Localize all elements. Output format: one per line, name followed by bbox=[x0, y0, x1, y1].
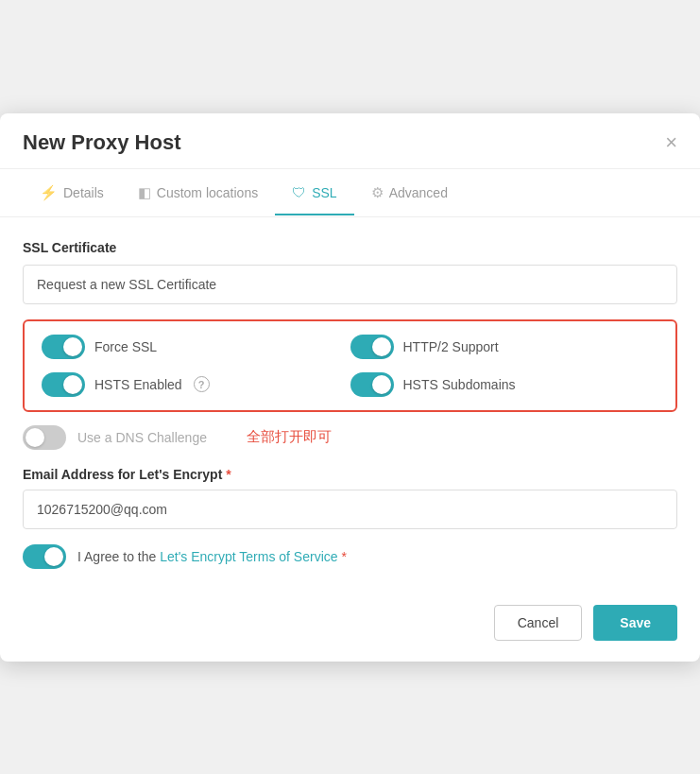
force-ssl-label: Force SSL bbox=[94, 339, 157, 354]
force-ssl-row: Force SSL bbox=[42, 335, 350, 359]
tab-bar: ⚡ Details ◧ Custom locations 🛡 SSL ⚙ Adv… bbox=[0, 169, 700, 217]
cancel-button[interactable]: Cancel bbox=[494, 605, 583, 641]
custom-locations-icon: ◧ bbox=[138, 184, 151, 201]
hsts-subdomains-toggle[interactable] bbox=[350, 372, 394, 397]
ssl-certificate-select[interactable]: Request a new SSL Certificate bbox=[23, 265, 677, 304]
hsts-enabled-toggle[interactable] bbox=[42, 372, 85, 397]
dns-challenge-label: Use a DNS Challenge bbox=[77, 430, 207, 445]
required-star: * bbox=[226, 467, 230, 482]
advanced-icon: ⚙ bbox=[371, 184, 384, 201]
agree-label: I Agree to the Let's Encrypt Terms of Se… bbox=[77, 549, 347, 564]
ssl-certificate-label: SSL Certificate bbox=[23, 240, 677, 255]
modal-footer: Cancel Save bbox=[0, 588, 700, 662]
hsts-enabled-label: HSTS Enabled bbox=[94, 377, 182, 392]
tab-advanced[interactable]: ⚙ Advanced bbox=[354, 169, 465, 216]
tab-custom-locations[interactable]: ◧ Custom locations bbox=[121, 169, 275, 216]
hsts-enabled-row: HSTS Enabled ? bbox=[42, 372, 350, 397]
hsts-subdomains-label: HSTS Subdomains bbox=[403, 377, 516, 392]
dns-challenge-toggle[interactable] bbox=[23, 425, 66, 450]
dns-challenge-row: Use a DNS Challenge 全部打开即可 bbox=[23, 425, 677, 450]
agree-toggle[interactable] bbox=[23, 544, 66, 569]
http2-support-label: HTTP/2 Support bbox=[403, 339, 499, 354]
http2-support-toggle[interactable] bbox=[350, 335, 394, 359]
ssl-toggles-box: Force SSL HTTP/2 Support HSTS Enabled ? bbox=[23, 319, 677, 412]
close-button[interactable]: × bbox=[665, 132, 677, 153]
modal-title: New Proxy Host bbox=[23, 130, 181, 155]
email-field-label: Email Address for Let's Encrypt * bbox=[23, 467, 677, 482]
agree-row: I Agree to the Let's Encrypt Terms of Se… bbox=[23, 544, 677, 569]
hsts-subdomains-row: HSTS Subdomains bbox=[350, 372, 659, 397]
ssl-icon: 🛡 bbox=[292, 184, 306, 200]
modal-header: New Proxy Host × bbox=[0, 113, 700, 169]
terms-of-service-link[interactable]: Let's Encrypt Terms of Service bbox=[160, 549, 337, 564]
force-ssl-toggle[interactable] bbox=[42, 335, 85, 359]
hsts-help-icon[interactable]: ? bbox=[194, 376, 210, 392]
tab-ssl[interactable]: 🛡 SSL bbox=[275, 169, 353, 215]
save-button[interactable]: Save bbox=[593, 605, 677, 641]
details-icon: ⚡ bbox=[40, 184, 58, 201]
tab-details[interactable]: ⚡ Details bbox=[23, 169, 121, 216]
modal-body: SSL Certificate Request a new SSL Certif… bbox=[0, 217, 700, 588]
email-input[interactable] bbox=[23, 490, 677, 529]
dns-challenge-annotation: 全部打开即可 bbox=[247, 428, 332, 446]
modal: New Proxy Host × ⚡ Details ◧ Custom loca… bbox=[0, 113, 700, 662]
http2-support-row: HTTP/2 Support bbox=[350, 335, 659, 359]
